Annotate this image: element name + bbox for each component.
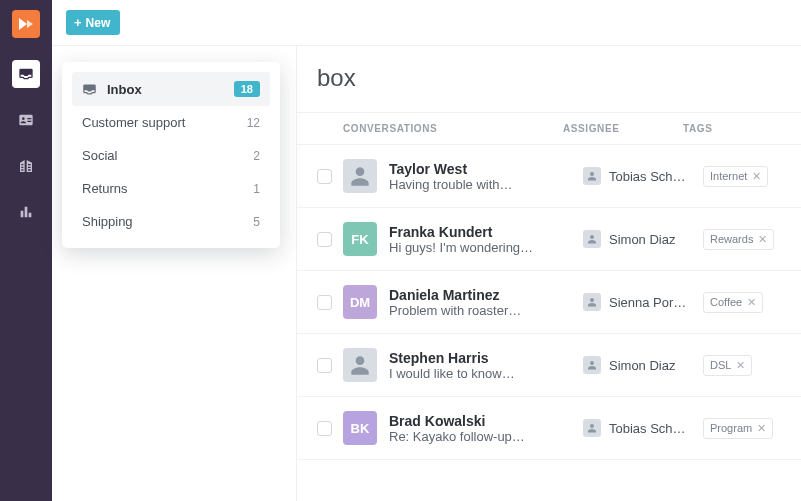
assignee: Tobias Sch… xyxy=(583,419,703,437)
col-header-tags: TAGS xyxy=(683,123,781,134)
plus-icon: + xyxy=(74,15,82,30)
rail-item-reports[interactable] xyxy=(12,198,40,226)
assignee-avatar xyxy=(583,293,601,311)
assignee-name: Tobias Sch… xyxy=(609,421,686,436)
table-header: CONVERSATIONS ASSIGNEE TAGS xyxy=(297,112,801,145)
close-icon[interactable]: ✕ xyxy=(752,170,761,183)
tag-chip[interactable]: Rewards✕ xyxy=(703,229,774,250)
folder-label: Customer support xyxy=(82,115,185,130)
tag-chip[interactable]: Internet✕ xyxy=(703,166,768,187)
conversation-name: Brad Kowalski xyxy=(389,413,583,429)
row-checkbox[interactable] xyxy=(317,169,332,184)
avatar: BK xyxy=(343,411,377,445)
avatar: DM xyxy=(343,285,377,319)
folder-label: Social xyxy=(82,148,117,163)
assignee-name: Sienna Por… xyxy=(609,295,686,310)
conversation-name: Stephen Harris xyxy=(389,350,583,366)
conversation-name: Franka Kundert xyxy=(389,224,583,240)
tag-label: Rewards xyxy=(710,233,753,245)
inbox-icon xyxy=(82,82,97,97)
table-row[interactable]: BKBrad KowalskiRe: Kayako follow-up…Tobi… xyxy=(297,397,801,460)
close-icon[interactable]: ✕ xyxy=(747,296,756,309)
folder-item[interactable]: Shipping5 xyxy=(72,205,270,238)
avatar xyxy=(343,159,377,193)
folder-item[interactable]: Social2 xyxy=(72,139,270,172)
assignee: Tobias Sch… xyxy=(583,167,703,185)
conversation-preview: Having trouble with… xyxy=(389,177,583,192)
table-row[interactable]: Stephen HarrisI would like to know…Simon… xyxy=(297,334,801,397)
building-icon xyxy=(18,158,34,174)
rail-item-contacts[interactable] xyxy=(12,106,40,134)
assignee: Simon Diaz xyxy=(583,356,703,374)
folder-item[interactable]: Returns1 xyxy=(72,172,270,205)
row-checkbox[interactable] xyxy=(317,421,332,436)
row-checkbox[interactable] xyxy=(317,358,332,373)
assignee-name: Tobias Sch… xyxy=(609,169,686,184)
col-header-conversations: CONVERSATIONS xyxy=(343,123,563,134)
folder-count: 12 xyxy=(247,116,260,130)
conversation-list: Taylor WestHaving trouble with…Tobias Sc… xyxy=(297,145,801,460)
folders-popover: Inbox18Customer support12Social2Returns1… xyxy=(62,62,280,248)
inbox-icon xyxy=(18,66,34,82)
assignee-avatar xyxy=(583,230,601,248)
new-button[interactable]: + New xyxy=(66,10,120,35)
avatar: FK xyxy=(343,222,377,256)
rail-item-organizations[interactable] xyxy=(12,152,40,180)
folder-count: 2 xyxy=(253,149,260,163)
tag-label: DSL xyxy=(710,359,731,371)
new-button-label: New xyxy=(86,16,111,30)
folder-label: Inbox xyxy=(107,82,142,97)
folder-item[interactable]: Customer support12 xyxy=(72,106,270,139)
topbar: + New xyxy=(52,0,801,46)
close-icon[interactable]: ✕ xyxy=(757,422,766,435)
content-panel: box CONVERSATIONS ASSIGNEE TAGS Taylor W… xyxy=(296,46,801,501)
conversation-name: Taylor West xyxy=(389,161,583,177)
folder-count: 5 xyxy=(253,215,260,229)
row-checkbox[interactable] xyxy=(317,232,332,247)
tag-chip[interactable]: DSL✕ xyxy=(703,355,752,376)
tag-label: Internet xyxy=(710,170,747,182)
assignee-avatar xyxy=(583,356,601,374)
tag-chip[interactable]: Coffee✕ xyxy=(703,292,763,313)
bar-chart-icon xyxy=(18,204,34,220)
page-title: box xyxy=(297,64,801,92)
conversation-preview: Re: Kayako follow-up… xyxy=(389,429,583,444)
rail-item-inbox[interactable] xyxy=(12,60,40,88)
table-row[interactable]: FKFranka KundertHi guys! I'm wondering…S… xyxy=(297,208,801,271)
assignee-avatar xyxy=(583,419,601,437)
folder-count: 1 xyxy=(253,182,260,196)
id-card-icon xyxy=(18,112,34,128)
table-row[interactable]: Taylor WestHaving trouble with…Tobias Sc… xyxy=(297,145,801,208)
nav-rail xyxy=(0,0,52,501)
assignee-name: Simon Diaz xyxy=(609,358,675,373)
folder-count: 18 xyxy=(234,81,260,97)
close-icon[interactable]: ✕ xyxy=(758,233,767,246)
tag-label: Coffee xyxy=(710,296,742,308)
avatar xyxy=(343,348,377,382)
conversation-name: Daniela Martinez xyxy=(389,287,583,303)
row-checkbox[interactable] xyxy=(317,295,332,310)
assignee-avatar xyxy=(583,167,601,185)
assignee: Simon Diaz xyxy=(583,230,703,248)
folder-label: Returns xyxy=(82,181,128,196)
tag-label: Program xyxy=(710,422,752,434)
assignee-name: Simon Diaz xyxy=(609,232,675,247)
conversation-preview: Hi guys! I'm wondering… xyxy=(389,240,583,255)
table-row[interactable]: DMDaniela MartinezProblem with roaster…S… xyxy=(297,271,801,334)
close-icon[interactable]: ✕ xyxy=(736,359,745,372)
tag-chip[interactable]: Program✕ xyxy=(703,418,773,439)
assignee: Sienna Por… xyxy=(583,293,703,311)
folder-label: Shipping xyxy=(82,214,133,229)
conversation-preview: Problem with roaster… xyxy=(389,303,583,318)
app-logo[interactable] xyxy=(12,10,40,38)
folder-item[interactable]: Inbox18 xyxy=(72,72,270,106)
col-header-assignee: ASSIGNEE xyxy=(563,123,683,134)
conversation-preview: I would like to know… xyxy=(389,366,583,381)
